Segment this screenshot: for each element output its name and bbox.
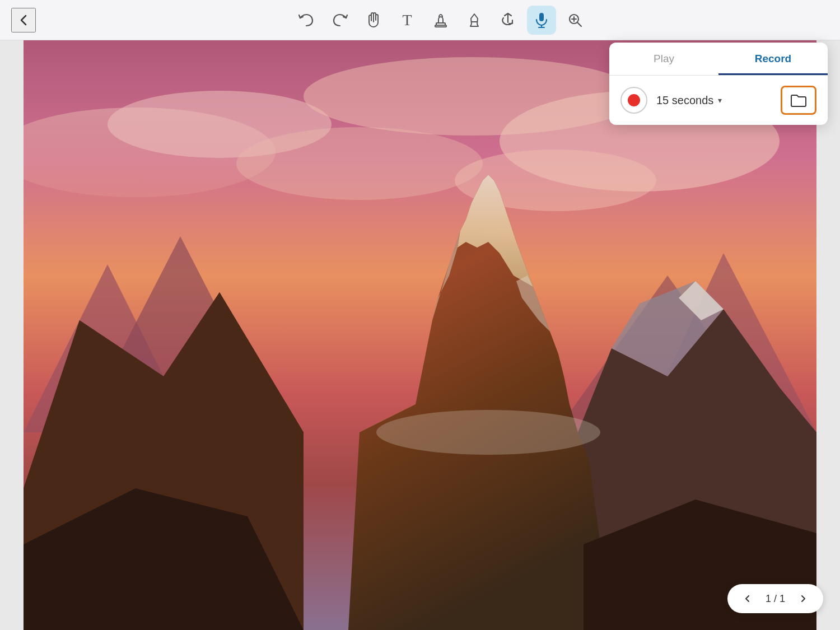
hand-tool-button[interactable]: [359, 6, 388, 35]
svg-point-32: [376, 410, 600, 455]
toolbar-tools: T: [292, 6, 590, 35]
popup-tabs: Play Record: [609, 43, 828, 76]
rotate-tool-button[interactable]: [493, 6, 522, 35]
svg-point-15: [236, 127, 483, 200]
folder-button[interactable]: [781, 86, 816, 115]
svg-line-7: [577, 22, 581, 26]
stamp-tool-button[interactable]: [426, 6, 455, 35]
undo-button[interactable]: [292, 6, 321, 35]
popup-content: 15 seconds ▾: [609, 76, 828, 125]
duration-label: 15 seconds: [656, 94, 713, 107]
duration-selector[interactable]: 15 seconds ▾: [656, 94, 772, 107]
microphone-tool-button[interactable]: [527, 6, 556, 35]
svg-rect-1: [435, 25, 446, 27]
folder-icon: [790, 93, 807, 108]
record-tab[interactable]: Record: [718, 43, 828, 75]
mountain-image: [24, 40, 816, 630]
redo-button[interactable]: [325, 6, 354, 35]
page-navigation: 1 / 1: [727, 584, 823, 613]
record-popup: Play Record 15 seconds ▾: [609, 43, 828, 125]
toolbar: T: [0, 0, 840, 40]
text-tool-button[interactable]: T: [393, 6, 422, 35]
zoom-tool-button[interactable]: [561, 6, 590, 35]
tab-indicator: [718, 73, 828, 75]
record-dot-icon: [628, 94, 640, 106]
record-button[interactable]: [620, 87, 647, 114]
highlighter-tool-button[interactable]: [460, 6, 489, 35]
slide-container: [24, 40, 816, 630]
back-button[interactable]: [11, 8, 36, 32]
play-tab[interactable]: Play: [609, 43, 718, 75]
next-page-button[interactable]: [794, 590, 812, 608]
prev-page-button[interactable]: [739, 590, 757, 608]
page-info: 1 / 1: [766, 593, 785, 605]
svg-rect-3: [539, 13, 544, 21]
dropdown-arrow-icon: ▾: [718, 96, 722, 105]
